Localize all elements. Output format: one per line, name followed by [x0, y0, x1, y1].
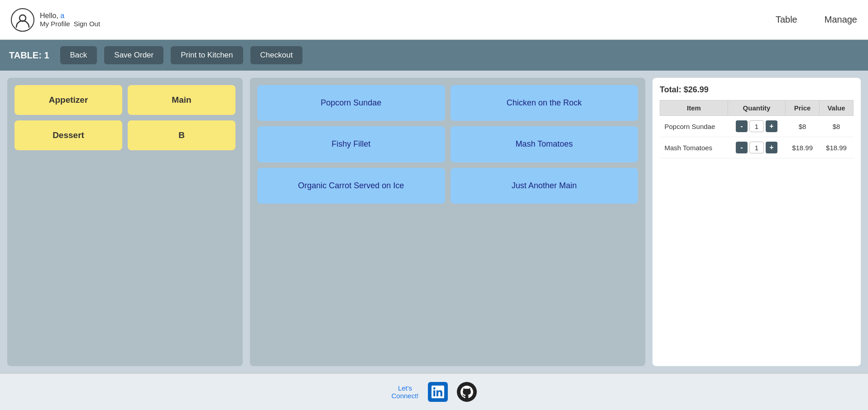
- menu-item-popcorn-sundae[interactable]: Popcorn Sundae: [257, 85, 445, 121]
- checkout-button[interactable]: Checkout: [250, 46, 303, 64]
- menu-item-chicken-rock[interactable]: Chicken on the Rock: [451, 85, 638, 121]
- hello-user-link[interactable]: a: [60, 12, 64, 19]
- table-label: TABLE: 1: [9, 50, 49, 61]
- category-panel: Appetizer Main Dessert B: [7, 78, 243, 366]
- footer: Let'sConnect!: [0, 373, 868, 410]
- category-appetizer[interactable]: Appetizer: [14, 85, 122, 115]
- category-dessert[interactable]: Dessert: [14, 120, 122, 150]
- sign-out-link[interactable]: Sign Out: [74, 20, 100, 28]
- category-main[interactable]: Main: [128, 85, 235, 115]
- nav-manage[interactable]: Manage: [825, 14, 857, 25]
- nav-table[interactable]: Table: [776, 14, 797, 25]
- menu-panel: Popcorn Sundae Chicken on the Rock Fishy…: [250, 78, 645, 366]
- category-b[interactable]: B: [128, 120, 235, 150]
- category-grid: Appetizer Main Dessert B: [14, 85, 235, 150]
- qty-minus-btn[interactable]: -: [736, 120, 748, 132]
- avatar: [11, 8, 34, 32]
- col-value: Value: [820, 100, 854, 116]
- order-item-value: $8: [820, 116, 854, 137]
- menu-item-just-another-main[interactable]: Just Another Main: [451, 168, 638, 204]
- menu-item-mash-tomatoes[interactable]: Mash Tomatoes: [451, 126, 638, 162]
- order-item-price: $18.99: [786, 137, 820, 158]
- col-quantity: Quantity: [728, 100, 785, 116]
- my-profile-link[interactable]: My Profile: [40, 20, 70, 28]
- qty-plus-btn[interactable]: +: [766, 120, 777, 132]
- user-info: Hello, a My Profile Sign Out: [40, 12, 100, 28]
- hello-text: Hello, a: [40, 12, 100, 20]
- order-item-qty: - 1 +: [728, 116, 785, 137]
- menu-item-organic-carrot[interactable]: Organic Carrot Served on Ice: [257, 168, 445, 204]
- save-order-button[interactable]: Save Order: [104, 46, 163, 64]
- qty-value: 1: [749, 142, 764, 153]
- linkedin-icon[interactable]: [428, 382, 448, 402]
- footer-connect-text: Let'sConnect!: [391, 384, 418, 400]
- order-item-name: Popcorn Sundae: [660, 116, 728, 137]
- main-content: Appetizer Main Dessert B Popcorn Sundae …: [0, 71, 868, 373]
- print-kitchen-button[interactable]: Print to Kitchen: [171, 46, 243, 64]
- order-panel: Total: $26.99 Item Quantity Price Value …: [652, 78, 861, 366]
- col-item: Item: [660, 100, 728, 116]
- hello-prefix: Hello,: [40, 12, 60, 19]
- qty-plus-btn[interactable]: +: [766, 142, 777, 153]
- header-left: Hello, a My Profile Sign Out: [11, 8, 776, 32]
- header-nav: Table Manage: [776, 14, 857, 25]
- github-icon[interactable]: [457, 382, 477, 402]
- order-item-qty: - 1 +: [728, 137, 785, 158]
- menu-grid: Popcorn Sundae Chicken on the Rock Fishy…: [257, 85, 638, 204]
- order-total: Total: $26.99: [660, 85, 854, 95]
- col-price: Price: [786, 100, 820, 116]
- header: Hello, a My Profile Sign Out Table Manag…: [0, 0, 868, 40]
- back-button[interactable]: Back: [60, 46, 97, 64]
- order-table-header: Item Quantity Price Value: [660, 100, 854, 116]
- order-item-value: $18.99: [820, 137, 854, 158]
- qty-minus-btn[interactable]: -: [736, 142, 748, 153]
- menu-item-fishy-fillet[interactable]: Fishy Fillet: [257, 126, 445, 162]
- table-row: Popcorn Sundae - 1 + $8 $8: [660, 116, 854, 137]
- order-table: Item Quantity Price Value Popcorn Sundae…: [660, 100, 854, 158]
- qty-value: 1: [749, 120, 764, 132]
- order-item-name: Mash Tomatoes: [660, 137, 728, 158]
- table-row: Mash Tomatoes - 1 + $18.99 $18.99: [660, 137, 854, 158]
- header-links: My Profile Sign Out: [40, 20, 100, 28]
- order-item-price: $8: [786, 116, 820, 137]
- toolbar: TABLE: 1 Back Save Order Print to Kitche…: [0, 40, 868, 71]
